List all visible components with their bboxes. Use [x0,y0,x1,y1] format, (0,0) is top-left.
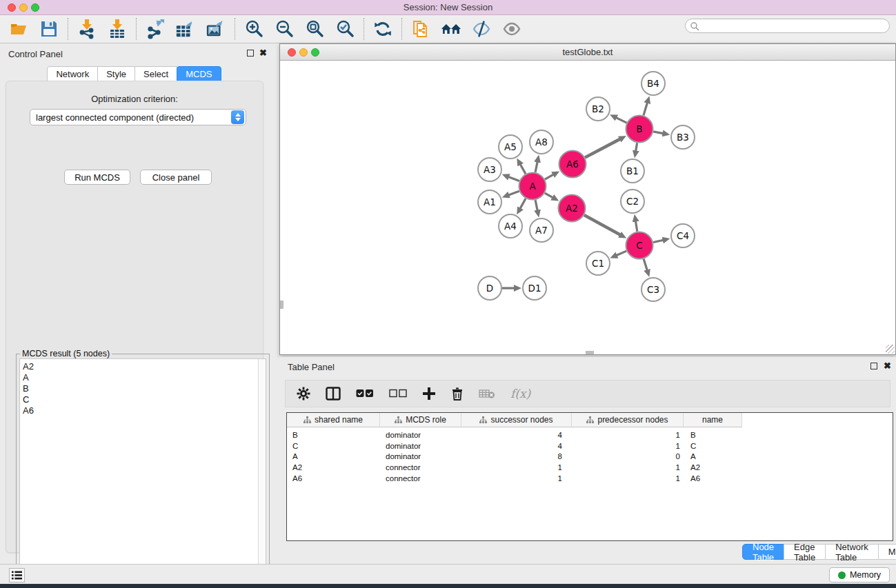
result-item[interactable]: B [23,383,259,394]
result-item[interactable]: A [23,372,259,383]
node-A6[interactable]: A6 [559,151,586,178]
table-cell[interactable]: A [287,451,380,462]
edge-C-C2[interactable] [635,221,637,232]
search-input[interactable] [699,21,889,31]
zoom-fit-icon[interactable] [304,19,325,39]
vertical-scroll-marker[interactable] [280,301,283,309]
edge-C-C1[interactable] [617,251,627,255]
node-B[interactable]: B [626,116,653,143]
float-table-panel-icon[interactable] [870,363,877,369]
select-all-icon[interactable] [356,389,374,398]
hide-graphics-details-icon[interactable] [471,19,492,39]
network-window-titlebar[interactable]: testGlobe.txt [280,44,895,61]
result-item[interactable]: A2 [23,361,259,372]
float-panel-icon[interactable] [247,50,254,57]
tab-node-table[interactable]: Node Table [742,544,784,560]
column-header-shared-name[interactable]: shared name [287,413,380,427]
table-cell[interactable]: 4 [461,429,572,440]
table-cell[interactable]: 1 [461,473,572,484]
show-graphics-details-icon[interactable] [501,19,522,39]
table-cell[interactable]: dominator [380,451,461,462]
edge-B-B1[interactable] [636,143,637,151]
node-B2[interactable]: B2 [586,97,610,121]
table-cell[interactable]: connector [380,473,461,484]
node-C[interactable]: C [626,232,653,259]
edge-A-A5[interactable] [520,164,526,174]
memory-button[interactable]: Memory [829,567,890,582]
table-cell[interactable]: C [287,440,380,452]
settings-icon[interactable] [297,387,310,401]
delete-columns-icon[interactable] [451,387,464,401]
result-item[interactable]: C [23,394,259,405]
edge-A-A7[interactable] [535,200,537,210]
table-cell[interactable]: dominator [380,429,461,440]
table-cell[interactable]: connector [380,462,461,473]
import-table-icon[interactable] [107,19,128,39]
edge-A6-B[interactable] [585,139,620,158]
run-mcds-button[interactable]: Run MCDS [64,170,130,185]
open-session-icon[interactable] [8,19,29,39]
node-A1[interactable]: A1 [478,190,501,214]
node-C2[interactable]: C2 [621,190,644,213]
table-cell[interactable]: 1 [572,473,684,484]
tab-edge-table[interactable]: Edge Table [784,544,826,560]
clone-network-icon[interactable] [410,19,431,39]
column-header-successor-nodes[interactable]: successor nodes [461,413,572,427]
edge-C-C4[interactable] [653,240,664,242]
node-A5[interactable]: A5 [499,135,522,159]
node-table[interactable]: shared nameMCDS rolesuccessor nodesprede… [286,412,893,541]
zoom-in-icon[interactable] [243,19,264,39]
function-builder-icon[interactable]: f(x) [510,387,530,401]
table-cell[interactable]: C [684,440,742,452]
table-cell[interactable]: A2 [684,462,742,473]
tab-motifs[interactable]: Motifs [878,544,896,560]
result-scrollbar[interactable] [258,358,266,587]
table-cell[interactable]: A6 [684,473,742,484]
edge-A-A1[interactable] [508,191,519,195]
node-D1[interactable]: D1 [523,276,546,300]
edge-B-B2[interactable] [616,118,626,123]
column-header-predecessor-nodes[interactable]: predecessor nodes [572,413,684,427]
table-cell[interactable]: A2 [287,462,380,473]
table-cell[interactable]: 1 [572,429,684,440]
export-network-icon[interactable] [145,19,166,39]
edge-B-B3[interactable] [653,132,663,134]
edge-A-A4[interactable] [520,199,526,209]
node-C1[interactable]: C1 [586,252,610,275]
close-panel-icon[interactable]: ✖ [259,48,267,58]
node-C4[interactable]: C4 [671,224,695,247]
refresh-network-icon[interactable] [372,19,393,39]
export-table-icon[interactable] [175,19,196,39]
table-cell[interactable]: 0 [572,451,684,462]
network-canvas[interactable]: B4B2BB3A8A5A6A3B1AC2A1A2A4A7C4CC1C3DD1 [280,61,895,354]
add-column-icon[interactable] [422,387,436,401]
tab-network-table[interactable]: Network Table [825,544,879,560]
deselect-all-icon[interactable] [389,389,407,398]
table-cell[interactable]: B [684,429,742,440]
edge-B-B4[interactable] [644,103,648,116]
zoom-selected-icon[interactable] [335,19,355,39]
result-item[interactable]: A6 [23,405,259,416]
table-cell[interactable]: A [684,451,742,462]
zoom-out-icon[interactable] [274,19,295,39]
resize-grip-icon[interactable] [886,345,895,354]
node-C3[interactable]: C3 [641,278,665,301]
node-A7[interactable]: A7 [530,219,553,242]
edge-A-A6[interactable] [545,174,553,179]
table-cell[interactable]: 1 [572,462,684,473]
table-cell[interactable]: 1 [572,440,684,452]
node-B1[interactable]: B1 [621,159,644,183]
delete-table-icon[interactable] [479,388,495,399]
edge-A-A8[interactable] [535,161,537,172]
node-A2[interactable]: A2 [559,195,586,222]
table-cell[interactable]: A6 [287,473,380,484]
node-A[interactable]: A [519,173,546,200]
import-network-icon[interactable] [77,19,97,39]
horizontal-scroll-marker[interactable] [586,351,594,354]
table-cell[interactable]: 8 [461,451,572,462]
task-history-button[interactable] [9,568,25,582]
edge-A2-C[interactable] [584,215,620,235]
criterion-dropdown[interactable]: largest connected component (directed) [30,109,246,125]
column-header-MCDS-role[interactable]: MCDS role [380,413,461,427]
home-icon[interactable] [441,19,461,39]
